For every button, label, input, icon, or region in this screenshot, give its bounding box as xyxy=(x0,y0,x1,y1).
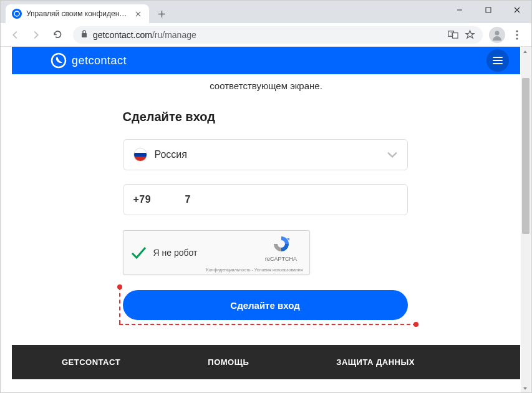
browser-tab[interactable]: Управляй своим конфиденциал xyxy=(6,4,149,23)
close-window-button[interactable] xyxy=(503,1,531,19)
scroll-up-icon[interactable] xyxy=(520,47,530,57)
svg-point-15 xyxy=(516,34,518,36)
svg-text:文: 文 xyxy=(450,31,454,36)
translate-icon[interactable]: 文 xyxy=(448,29,458,40)
footer-col-brand[interactable]: GETCONTACT xyxy=(62,357,120,367)
svg-point-14 xyxy=(516,30,518,32)
favicon-icon xyxy=(12,9,22,19)
profile-avatar[interactable] xyxy=(489,27,505,43)
lock-icon xyxy=(80,29,88,41)
reload-button[interactable] xyxy=(48,26,67,44)
recaptcha-logo: reCAPTCHA xyxy=(259,235,303,262)
page-subtitle: соответствующем экране. xyxy=(12,80,520,91)
brand-logo[interactable]: getcontact xyxy=(51,52,127,69)
brand-name: getcontact xyxy=(72,54,127,67)
recaptcha-links: Конфиденциальность - Условия использован… xyxy=(206,268,303,272)
address-bar: getcontact.com/ru/manage 文 xyxy=(1,23,531,47)
phone-input[interactable]: +79 7 xyxy=(123,184,408,215)
svg-rect-1 xyxy=(486,7,491,12)
flag-icon xyxy=(133,148,147,162)
country-select[interactable]: Россия xyxy=(123,139,408,170)
scrollbar-track[interactable] xyxy=(521,47,531,393)
site-header: getcontact xyxy=(12,47,520,74)
svg-point-13 xyxy=(495,31,500,35)
maximize-button[interactable] xyxy=(474,1,503,19)
recaptcha-widget[interactable]: Я не робот reCAPTCHA Конфиденциальность … xyxy=(123,230,310,275)
footer: GETCONTACT ПОМОЩЬ ЗАЩИТА ДАННЫХ xyxy=(12,345,520,379)
svg-point-4 xyxy=(14,11,19,16)
minimize-button[interactable] xyxy=(445,1,474,19)
forward-button[interactable] xyxy=(27,26,46,44)
login-button[interactable]: Сделайте вход xyxy=(123,290,408,320)
phone-value: +79 7 xyxy=(133,194,191,205)
section-title: Сделайте вход xyxy=(123,110,412,124)
logo-icon xyxy=(51,52,67,69)
kebab-menu-icon[interactable] xyxy=(508,26,526,44)
bookmark-star-icon[interactable] xyxy=(465,29,475,40)
hamburger-menu-button[interactable] xyxy=(486,49,509,72)
tab-title: Управляй своим конфиденциал xyxy=(26,9,128,18)
chevron-down-icon xyxy=(387,149,397,160)
footer-col-help[interactable]: ПОМОЩЬ xyxy=(208,357,249,367)
scrollbar-thumb[interactable] xyxy=(522,78,530,234)
svg-point-16 xyxy=(516,37,518,39)
url-input[interactable]: getcontact.com/ru/manage 文 xyxy=(73,26,483,44)
url-text: getcontact.com/ru/manage xyxy=(93,30,196,40)
footer-col-privacy[interactable]: ЗАЩИТА ДАННЫХ xyxy=(336,357,415,367)
scroll-down-icon[interactable] xyxy=(520,384,530,393)
back-button[interactable] xyxy=(6,26,24,44)
new-tab-button[interactable] xyxy=(153,5,170,22)
tab-close-icon[interactable] xyxy=(133,9,143,19)
svg-rect-9 xyxy=(82,33,87,37)
recaptcha-label: Я не робот xyxy=(153,248,198,258)
country-name: Россия xyxy=(155,149,387,160)
checkmark-icon xyxy=(130,244,147,261)
